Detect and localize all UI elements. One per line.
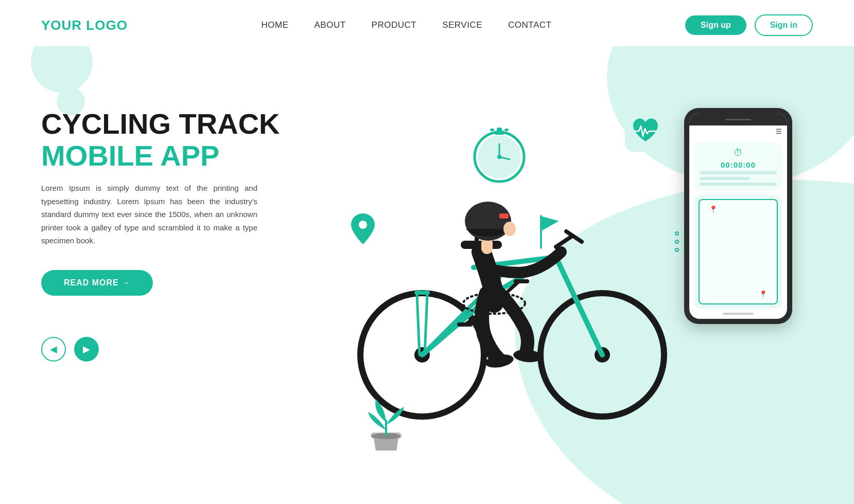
header: YOUR LOGO HOME ABOUT PRODUCT SERVICE CON… <box>0 0 854 46</box>
nav: HOME ABOUT PRODUCT SERVICE CONTACT <box>262 20 552 30</box>
nav-contact[interactable]: CONTACT <box>508 20 551 30</box>
header-buttons: Sign up Sign in <box>685 14 813 36</box>
hero-description: Lorem Ipsum is simply dummy text of the … <box>41 182 257 247</box>
headline: CYCLING TRACK MOBILE APP <box>41 108 288 171</box>
phone-home-bar <box>723 313 754 315</box>
svg-rect-36 <box>499 213 509 219</box>
plant-icon <box>360 394 412 458</box>
phone-timer-section: ⏱ 00:00:00 <box>694 142 782 191</box>
phone-line-1 <box>700 171 777 174</box>
illustration-area: ☰ ⏱ 00:00:00 📍 <box>288 77 813 504</box>
nav-service[interactable]: SERVICE <box>442 20 482 30</box>
headline-line2: MOBILE APP <box>41 139 219 172</box>
phone-header <box>689 113 787 125</box>
phone-map-section: 📍 📍 <box>694 195 782 309</box>
signup-button[interactable]: Sign up <box>685 15 746 35</box>
signin-button[interactable]: Sign in <box>755 14 813 36</box>
phone-menu-icon: ☰ <box>776 128 782 135</box>
map-pin-end: 📍 <box>759 290 768 298</box>
map-pin-start: 📍 <box>709 205 718 213</box>
phone-timer: 00:00:00 <box>700 160 777 169</box>
prev-button[interactable]: ◀ <box>41 337 66 362</box>
svg-line-24 <box>556 237 571 247</box>
phone-content: ⏱ 00:00:00 📍 📍 <box>689 137 787 309</box>
svg-rect-30 <box>514 279 529 283</box>
svg-rect-28 <box>457 322 473 327</box>
next-button[interactable]: ▶ <box>74 337 99 362</box>
phone-screen: ☰ ⏱ 00:00:00 📍 <box>689 113 787 319</box>
logo: YOUR LOGO <box>41 17 128 33</box>
nav-arrows: ◀ ▶ <box>41 337 288 362</box>
nav-about[interactable]: ABOUT <box>315 20 346 30</box>
svg-line-39 <box>417 295 420 355</box>
nav-home[interactable]: HOME <box>262 20 289 30</box>
phone-mockup: ☰ ⏱ 00:00:00 📍 <box>684 108 792 324</box>
headline-line1: CYCLING TRACK <box>41 107 280 140</box>
phone-map-inner: 📍 📍 <box>699 199 778 304</box>
svg-point-37 <box>503 222 516 236</box>
phone-line-2 <box>700 177 750 180</box>
left-section: CYCLING TRACK MOBILE APP Lorem Ipsum is … <box>41 77 288 362</box>
readmore-button[interactable]: READ MORE → <box>41 270 153 296</box>
phone-speaker <box>725 119 751 120</box>
nav-product[interactable]: PRODUCT <box>372 20 417 30</box>
phone-stopwatch-icon: ⏱ <box>700 148 777 158</box>
phone-line-3 <box>700 183 777 186</box>
main-content: CYCLING TRACK MOBILE APP Lorem Ipsum is … <box>0 46 854 504</box>
phone-lines <box>700 171 777 186</box>
svg-line-40 <box>425 295 427 355</box>
